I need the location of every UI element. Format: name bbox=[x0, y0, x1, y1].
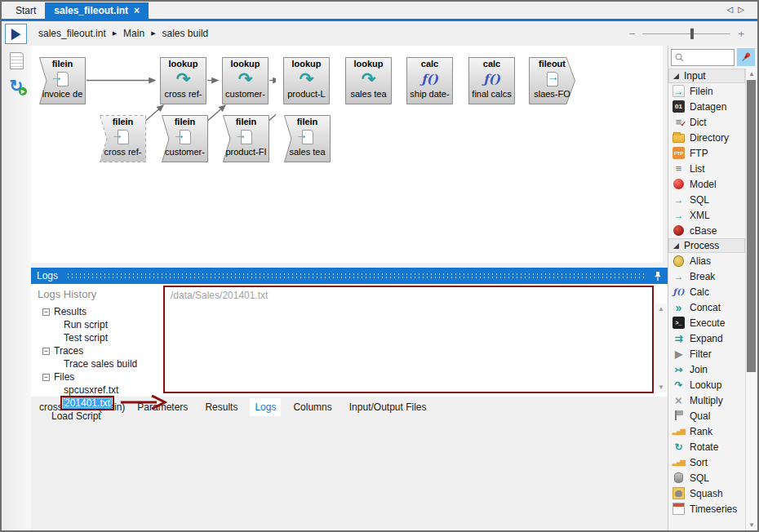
palette-item-timeseries[interactable]: Timeseries bbox=[668, 501, 745, 516]
palette-item-break[interactable]: →Break bbox=[668, 268, 745, 284]
palette-item-sort[interactable]: ▂▄▆Sort bbox=[668, 454, 745, 470]
node-lookup-sales-team[interactable]: lookup ↷ sales tea bbox=[345, 57, 392, 104]
breadcrumb-root[interactable]: sales_fileout.int bbox=[38, 28, 106, 39]
lookup-icon: ↷ bbox=[222, 69, 269, 89]
filein-icon: → bbox=[100, 126, 146, 147]
palette-item-concat[interactable]: »Concat bbox=[668, 299, 745, 315]
node-calc-ship-date[interactable]: calc ƒ() ship date- bbox=[406, 57, 453, 104]
node-lookup-customer[interactable]: lookup ↷ customer- bbox=[222, 57, 269, 104]
palette-item-qual[interactable]: Qual bbox=[668, 408, 745, 423]
palette-item-squash[interactable]: Squash bbox=[668, 485, 745, 501]
node-filein-customer[interactable]: filein → customer- bbox=[162, 115, 208, 162]
tree-leaf-run-script[interactable]: Run script bbox=[36, 318, 163, 331]
annotation-highlight-box: 201401.txt bbox=[60, 396, 114, 410]
log-content-panel[interactable]: /data/Sales/201401.txt bbox=[163, 286, 654, 393]
palette-item-lookup[interactable]: ↷Lookup bbox=[668, 377, 745, 392]
collapse-icon[interactable]: − bbox=[42, 308, 50, 316]
tab-results[interactable]: Results bbox=[200, 398, 242, 416]
tree-node-results[interactable]: −Results bbox=[36, 305, 163, 318]
run-recent-icon[interactable]: ↻▶ bbox=[10, 78, 24, 94]
palette-item-cbase[interactable]: cBase bbox=[668, 223, 745, 238]
rank-icon: ▂▄▆ bbox=[672, 425, 685, 437]
palette-item-datagen[interactable]: 01Datagen bbox=[668, 99, 745, 114]
palette-item-alias[interactable]: Alias bbox=[668, 253, 745, 268]
selected-tree-item[interactable]: 201401.txt bbox=[63, 397, 112, 409]
tree-leaf-test-script[interactable]: Test script bbox=[36, 331, 163, 344]
palette-item-execute[interactable]: >_Execute bbox=[668, 315, 745, 330]
palette-item-sql-input[interactable]: →SQL bbox=[668, 192, 745, 207]
zoom-handle[interactable] bbox=[690, 29, 694, 39]
tree-leaf-load-script[interactable]: Load Script bbox=[36, 410, 163, 423]
palette-item-xml[interactable]: →XML bbox=[668, 207, 745, 223]
palette-item-sql-process[interactable]: SQL bbox=[668, 470, 745, 485]
logs-panel-body: Logs History −Results Run script Test sc… bbox=[31, 284, 668, 397]
alias-icon bbox=[672, 255, 685, 267]
scroll-up-icon[interactable]: ▲ bbox=[746, 70, 757, 78]
tab-start[interactable]: Start bbox=[7, 2, 45, 19]
palette-item-join[interactable]: ↣Join bbox=[668, 361, 745, 377]
palette-section-input[interactable]: Input bbox=[668, 69, 745, 83]
lookup-icon: ↷ bbox=[345, 69, 392, 89]
run-icon: ▶ bbox=[11, 24, 21, 43]
tab-columns[interactable]: Columns bbox=[288, 398, 336, 416]
tab-logs[interactable]: Logs bbox=[250, 398, 281, 416]
node-calc-final-calcs[interactable]: calc ƒ() final calcs bbox=[468, 57, 515, 104]
node-filein-cross-ref-selected[interactable]: filein → cross ref- bbox=[100, 115, 146, 162]
tab-input-output-files[interactable]: Input/Output Files bbox=[344, 398, 432, 416]
palette-item-dict[interactable]: ≡✓Dict bbox=[668, 114, 745, 130]
zoom-slider[interactable]: − + bbox=[629, 28, 744, 40]
palette-item-multiply[interactable]: ×Multiply bbox=[668, 392, 745, 408]
palette-item-directory[interactable]: Directory bbox=[668, 130, 745, 145]
logs-panel-header[interactable]: Logs bbox=[31, 268, 668, 284]
log-scrollbar[interactable]: ▲ ▼ bbox=[655, 304, 667, 392]
tab-scroll-right-icon: ▷ bbox=[738, 5, 749, 14]
palette-item-filein[interactable]: →Filein bbox=[668, 83, 745, 99]
palette-item-model[interactable]: Model bbox=[668, 176, 745, 192]
tree-node-files[interactable]: −Files bbox=[36, 370, 163, 383]
dataflow-canvas[interactable]: filein → invoice de lookup ↷ cross ref- … bbox=[31, 46, 663, 263]
scrollbar-thumb[interactable] bbox=[747, 80, 756, 372]
script-icon[interactable] bbox=[10, 52, 24, 69]
tree-node-traces[interactable]: −Traces bbox=[36, 344, 163, 357]
zoom-out-icon[interactable]: − bbox=[629, 28, 636, 40]
node-lookup-cross-ref[interactable]: lookup ↷ cross ref- bbox=[160, 57, 206, 104]
palette-item-expand[interactable]: ⇉Expand bbox=[668, 330, 745, 346]
cbase-icon bbox=[672, 224, 685, 237]
scroll-down-icon[interactable]: ▼ bbox=[658, 383, 664, 391]
palette-item-ftp[interactable]: FTPFTP bbox=[668, 145, 745, 161]
palette-item-rank[interactable]: ▂▄▆Rank bbox=[668, 423, 745, 439]
sql-input-icon: → bbox=[672, 193, 685, 206]
node-filein-product[interactable]: filein → product-FI bbox=[223, 115, 269, 162]
zoom-track[interactable] bbox=[642, 33, 730, 34]
breadcrumb-sales-build[interactable]: sales build bbox=[162, 28, 209, 39]
palette-search[interactable] bbox=[671, 49, 735, 66]
scroll-up-icon[interactable]: ▲ bbox=[658, 305, 664, 313]
palette-item-calc[interactable]: ƒ()Calc bbox=[668, 284, 745, 299]
run-button[interactable]: ▶ bbox=[5, 24, 27, 44]
node-filein-sales-team[interactable]: filein → sales tea bbox=[284, 115, 331, 162]
dataflow-canvas-wrap: filein → invoice de lookup ↷ cross ref- … bbox=[31, 46, 668, 268]
palette-item-rotate[interactable]: ↻Rotate bbox=[668, 439, 745, 454]
play-badge-icon: ▶ bbox=[19, 87, 27, 95]
tab-sales-fileout[interactable]: sales_fileout.int × bbox=[45, 2, 149, 19]
scroll-down-icon[interactable]: ▼ bbox=[746, 521, 757, 529]
tree-leaf-trace-sales-build[interactable]: Trace sales build bbox=[36, 357, 163, 370]
node-lookup-product[interactable]: lookup ↷ product-L bbox=[283, 57, 330, 104]
node-filein-invoice[interactable]: filein → invoice de bbox=[39, 57, 86, 104]
document-tab-bar: Start sales_fileout.int × ◁▷ bbox=[2, 2, 757, 19]
pin-icon[interactable] bbox=[654, 271, 662, 282]
breadcrumb-main[interactable]: Main bbox=[123, 28, 144, 39]
palette-list: Input →Filein 01Datagen ≡✓Dict Directory… bbox=[668, 69, 745, 530]
palette-pin-button[interactable] bbox=[737, 48, 755, 66]
palette-item-list[interactable]: ≡List bbox=[668, 161, 745, 176]
collapse-icon[interactable]: − bbox=[42, 374, 50, 381]
tab-scroll-arrows[interactable]: ◁▷ bbox=[727, 5, 749, 14]
zoom-in-icon[interactable]: + bbox=[738, 28, 744, 40]
node-fileout-sales[interactable]: fileout → slaes-FO bbox=[529, 57, 575, 104]
palette-search-input[interactable] bbox=[685, 52, 726, 62]
palette-item-filter[interactable]: ▶Filter bbox=[668, 346, 745, 361]
collapse-icon[interactable]: − bbox=[42, 348, 50, 355]
palette-section-process[interactable]: Process bbox=[668, 238, 745, 253]
close-icon[interactable]: × bbox=[134, 5, 140, 16]
palette-scrollbar[interactable]: ▲ ▼ bbox=[745, 69, 757, 530]
